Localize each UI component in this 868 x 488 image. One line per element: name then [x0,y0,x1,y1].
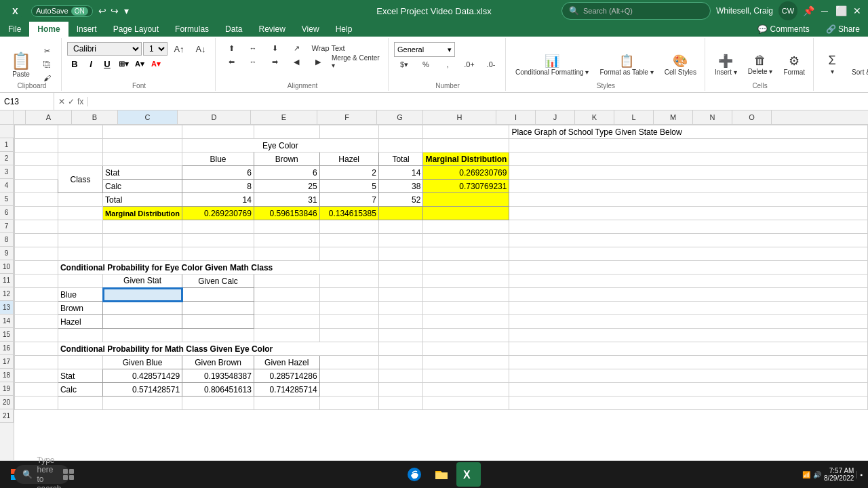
col-header-O[interactable]: O [732,110,772,124]
row-header-5[interactable]: 5 [0,192,14,206]
ribbon-display-options[interactable]: 📌 [803,5,814,16]
col-header-E[interactable]: E [251,110,317,124]
merge-center-button[interactable]: Merge & Center ▾ [330,56,384,68]
cell-B6[interactable] [58,193,102,207]
row-header-1[interactable]: 1 [0,138,14,152]
cell-C15[interactable] [103,315,182,329]
tab-file[interactable]: File [0,22,29,37]
cell-G3[interactable]: Total [378,152,423,166]
cell-I4[interactable] [509,166,868,180]
col-header-K[interactable]: K [575,110,614,124]
number-format-select[interactable]: General▾ [394,42,455,57]
cell-B11[interactable]: Conditional Probability for Eye Color Gi… [58,261,378,274]
font-color-button[interactable]: A▾ [149,57,163,70]
cell-A6[interactable] [15,193,58,207]
col-header-F[interactable]: F [317,110,377,124]
tab-help[interactable]: Help [328,22,361,37]
cell-D19[interactable]: 0.193548387 [182,369,254,383]
cell-D12[interactable]: Given Calc [182,274,254,288]
align-center-button[interactable]: ↔ [243,56,263,68]
cell-A12[interactable] [15,274,58,288]
row-header-8[interactable]: 8 [0,233,14,247]
cell-D15[interactable] [182,315,254,329]
cell-I2[interactable] [509,139,868,152]
show-desktop-button[interactable]: ▪ [856,471,863,479]
cell-E20[interactable]: 0.714285714 [254,383,319,396]
cell-C3[interactable] [103,152,182,166]
col-header-H[interactable]: H [423,110,496,124]
row-header-15[interactable]: 15 [0,328,14,342]
decrease-font-button[interactable]: A↓ [191,43,211,55]
col-header-D[interactable]: D [178,110,251,124]
cell-A10[interactable] [15,247,58,261]
row-header-11[interactable]: 11 [0,274,14,287]
cell-E6[interactable]: 31 [254,193,319,207]
search-taskbar[interactable]: 🔍 Type here to search [30,462,54,487]
cell-G6[interactable]: 52 [378,193,423,207]
cell-C13[interactable] [103,288,182,302]
cell-reference-box[interactable]: C13 [0,93,54,110]
cell-C14[interactable] [103,302,182,315]
cell-H7[interactable] [423,207,509,220]
col-header-G[interactable]: G [377,110,423,124]
wrap-text-button[interactable]: Wrap Text [308,42,349,54]
share-button[interactable]: 🔗 Share [818,22,868,37]
cell-C5[interactable]: Calc [103,180,182,193]
cell-styles-button[interactable]: 🎨 Cell Styles [660,45,701,83]
cell-G7[interactable] [378,207,423,220]
cell-E1[interactable] [254,125,319,139]
cell-D14[interactable] [182,302,254,315]
cell-C4[interactable]: Stat [103,166,182,180]
row-header-19[interactable]: 19 [0,382,14,396]
increase-indent-button[interactable]: ▶ [308,56,328,68]
cell-F3[interactable]: Hazel [319,152,378,166]
increase-font-button[interactable]: A↑ [169,43,189,55]
cell-B14[interactable]: Brown [58,302,102,315]
redo-button[interactable]: ↪ [109,5,120,16]
excel-logo[interactable]: X [5,0,27,22]
cell-E5[interactable]: 25 [254,180,319,193]
row-header-20[interactable]: 20 [0,396,14,409]
col-header-J[interactable]: J [536,110,575,124]
row-header-6[interactable]: 6 [0,206,14,220]
edge-icon[interactable] [402,462,427,487]
confirm-formula-icon[interactable]: ✓ [68,97,75,106]
cell-A4[interactable] [15,166,58,180]
cell-D3[interactable]: Blue [182,152,254,166]
cell-D2[interactable]: Eye Color [182,139,379,152]
cell-F4[interactable]: 2 [319,166,378,180]
cell-H5[interactable]: 0.730769231 [423,180,509,193]
delete-cells-button[interactable]: 🗑 Delete ▾ [744,45,777,83]
decrease-indent-button[interactable]: ◀ [286,56,307,68]
cell-I3[interactable] [509,152,868,166]
cell-A2[interactable] [15,139,58,152]
align-right-button[interactable]: ➡ [264,56,285,68]
align-bottom-button[interactable]: ⬇ [264,42,285,54]
cell-B19[interactable]: Stat [58,369,102,383]
increase-decimal-button[interactable]: .0+ [459,58,479,70]
col-header-L[interactable]: L [614,110,654,124]
cell-D7[interactable]: 0.269230769 [182,207,254,220]
col-header-I[interactable]: I [496,110,536,124]
font-size-select[interactable]: 11 [143,42,167,56]
customize-qat[interactable]: ▾ [121,5,132,16]
task-view-button[interactable] [57,462,81,487]
comments-button[interactable]: 💬 Comments [749,22,817,37]
cell-E3[interactable]: Brown [254,152,319,166]
cell-D1[interactable] [182,125,254,139]
cell-B15[interactable]: Hazel [58,315,102,329]
minimize-button[interactable]: ─ [819,5,830,16]
cell-D20[interactable]: 0.806451613 [182,383,254,396]
orientation-button[interactable]: ↗ [286,42,307,54]
cell-I5[interactable] [509,180,868,193]
user-avatar[interactable]: CW [778,1,797,20]
autosave-toggle[interactable]: AutoSave ON [31,5,93,17]
cancel-formula-icon[interactable]: ✕ [58,97,65,106]
cell-A1[interactable] [15,125,58,139]
cell-C19[interactable]: 0.428571429 [103,369,182,383]
fill-color-button[interactable]: A▾ [132,57,147,70]
decrease-decimal-button[interactable]: .0- [481,58,501,70]
row-header-2[interactable]: 2 [0,152,14,165]
paste-button[interactable]: 📋 Paste [7,45,35,83]
row-header-18[interactable]: 18 [0,369,14,382]
